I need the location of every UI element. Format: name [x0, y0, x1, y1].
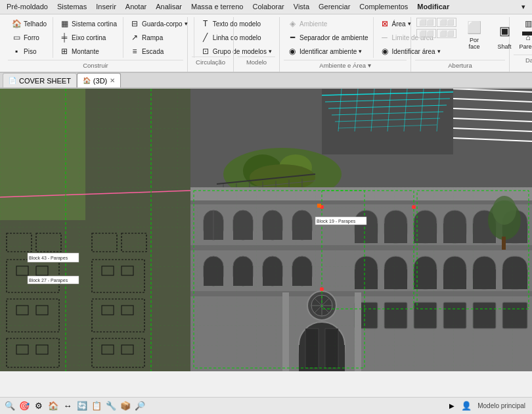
status-icon-home[interactable]: 🏠 [47, 400, 59, 412]
group-ambiente-label: Ambiente e Área ▾ [284, 60, 407, 69]
tab-cover-sheet[interactable]: 📄 COVER SHEET [3, 73, 77, 87]
menu-gerenciar[interactable]: Gerenciar [315, 1, 354, 12]
btn-forro[interactable]: ▭ Forro [8, 31, 50, 44]
guarda-corpo-icon: ⊟ [129, 18, 140, 29]
group-abertura-label: Abertura [415, 60, 505, 69]
status-icon-box[interactable]: 📦 [120, 400, 131, 412]
svg-rect-126 [190, 187, 532, 371]
toolbar: 🏠 Telhado ▭ Forro ▪ Piso ▦ [0, 14, 532, 72]
menu-sistemas[interactable]: Sistemas [53, 1, 91, 12]
svg-rect-3 [0, 89, 190, 371]
status-icon-search[interactable]: 🔍 [4, 400, 16, 412]
status-icon-settings[interactable]: ⚙ [33, 400, 45, 412]
svg-point-132 [320, 287, 324, 291]
status-model-label: Modelo principal [475, 402, 528, 409]
status-icon-arrow-right[interactable]: ▶ [446, 400, 458, 412]
btn-telhado[interactable]: 🏠 Telhado [8, 17, 50, 30]
escada-icon: ≡ [129, 46, 140, 57]
menu-colaborar[interactable]: Colaborar [248, 1, 288, 12]
group-circulacao-label: Circulação [192, 57, 229, 66]
viewport-svg: Block 43 - Parapes 07-1 Block 27 - Parap… [0, 89, 532, 371]
menu-anotar[interactable]: Anotar [122, 1, 150, 12]
status-icon-zoom[interactable]: 🔎 [134, 400, 146, 412]
eixo-cortina-icon: ╪ [59, 32, 70, 43]
btn-guarda-corpo[interactable]: ⊟ Guarda-corpo▾ [126, 17, 191, 30]
tab-3d-close[interactable]: ✕ [110, 77, 115, 84]
tab-cover-sheet-icon: 📄 [9, 77, 16, 84]
group-modelo: Modelo [234, 17, 280, 72]
btn-eixo-cortina[interactable]: ╪ Eixo cortina [56, 31, 120, 44]
telhado-icon: 🏠 [11, 18, 22, 29]
svg-rect-150 [502, 237, 506, 250]
limite-area-icon: ─ [380, 32, 390, 43]
btn-sistema-cortina[interactable]: ▦ Sistema cortina [56, 17, 120, 30]
parede-icon: ▬ [518, 20, 532, 41]
menu-pre-moldado[interactable]: Pré-moldado [3, 1, 52, 12]
menu-vista[interactable]: Vista [290, 1, 313, 12]
menu-collapse[interactable]: ▾ [518, 1, 529, 12]
tab-3d-icon: 🏠 [83, 77, 91, 84]
area-icon: ⊠ [380, 18, 390, 29]
status-icon-rotate[interactable]: 🔄 [76, 400, 88, 412]
tab-3d[interactable]: 🏠 (3D) ✕ [77, 73, 121, 87]
status-icon-arrows[interactable]: ↔ [62, 400, 74, 412]
group-ambiente: ◈ Ambiente ━ Separador de ambiente ◉ Ide… [280, 17, 411, 72]
btn-por-face[interactable]: ⬜ Porface [459, 17, 489, 53]
svg-text:07-1: 07-1 [29, 263, 37, 267]
sistema-cortina-icon: ▦ [59, 18, 70, 29]
svg-point-131 [412, 205, 416, 209]
group-construir: 🏠 Telhado ▭ Forro ▪ Piso ▦ [4, 17, 188, 72]
menu-analisar[interactable]: Analisar [152, 1, 186, 12]
btn-piso[interactable]: ▪ Piso [8, 45, 50, 58]
group-abertura: ⬜⬜ ⬜⬜ ⬜⬜ ⬜⬜ ⬜ Porface ▣ Shaft [411, 17, 510, 72]
por-face-icon: ⬜ [464, 20, 485, 35]
identificar-area-icon: ◉ [380, 46, 390, 57]
btn-montante[interactable]: ⊞ Montante [56, 45, 120, 58]
menu-bar: Pré-moldado Sistemas Inserir Anotar Anal… [0, 0, 532, 14]
menu-modificar[interactable]: Modificar [413, 1, 453, 12]
abertura-icons-row2: ⬜⬜ ⬜⬜ [415, 28, 458, 39]
status-icon-person[interactable]: 👤 [460, 400, 472, 412]
status-icon-gear[interactable]: 🔧 [105, 400, 117, 412]
viewport: Block 43 - Parapes 07-1 Block 27 - Parap… [0, 89, 532, 371]
tab-cover-sheet-label: COVER SHEET [19, 77, 71, 85]
identificar-ambiente-icon: ◉ [287, 46, 298, 57]
menu-inserir[interactable]: Inserir [92, 1, 120, 12]
group-modelo-label: Modelo [238, 57, 275, 66]
status-bar: 🔍 🎯 ⚙ 🏠 ↔ 🔄 📋 🔧 📦 🔎 ▶ 👤 Modelo principal [0, 397, 532, 414]
svg-point-149 [493, 196, 516, 225]
btn-escada[interactable]: ≡ Escada [126, 45, 191, 58]
svg-text:Block 43 - Parapes: Block 43 - Parapes [29, 256, 68, 261]
status-icon-target[interactable]: 🎯 [18, 400, 30, 412]
montante-icon: ⊞ [59, 46, 70, 57]
svg-text:Block 19 - Parapes: Block 19 - Parapes [317, 219, 356, 224]
btn-separador-ambiente[interactable]: ━ Separador de ambiente [284, 31, 372, 44]
piso-icon: ▪ [11, 46, 22, 57]
status-icon-clip[interactable]: 📋 [91, 400, 102, 412]
group-da: ▬ Parede Da [510, 17, 532, 72]
forro-icon: ▭ [11, 32, 22, 43]
group-circulacao: Circulação [188, 17, 234, 72]
btn-ambiente[interactable]: ◈ Ambiente [284, 17, 372, 30]
svg-text:Block 27 - Parapes: Block 27 - Parapes [29, 278, 68, 283]
abertura-icons-row1: ⬜⬜ ⬜⬜ [415, 17, 458, 28]
ribbon: Pré-moldado Sistemas Inserir Anotar Anal… [0, 0, 532, 73]
btn-parede[interactable]: ▬ Parede [514, 17, 532, 53]
rampa-icon: ↗ [129, 32, 140, 43]
ambiente-icon: ◈ [287, 18, 298, 29]
menu-complementos[interactable]: Complementos [355, 1, 412, 12]
group-construir-label: Construir [8, 60, 183, 69]
group-da-label: Da [514, 55, 532, 64]
btn-identificar-ambiente[interactable]: ◉ Identificar ambiente▾ [284, 45, 372, 58]
svg-text:07-1: 07-1 [29, 286, 37, 290]
tab-3d-label: (3D) [93, 77, 107, 85]
separador-ambiente-icon: ━ [287, 32, 298, 43]
btn-rampa[interactable]: ↗ Rampa [126, 31, 191, 44]
menu-massa[interactable]: Massa e terreno [187, 1, 247, 12]
orange-dot [317, 204, 321, 208]
document-tabs: 📄 COVER SHEET 🏠 (3D) ✕ [0, 73, 532, 89]
